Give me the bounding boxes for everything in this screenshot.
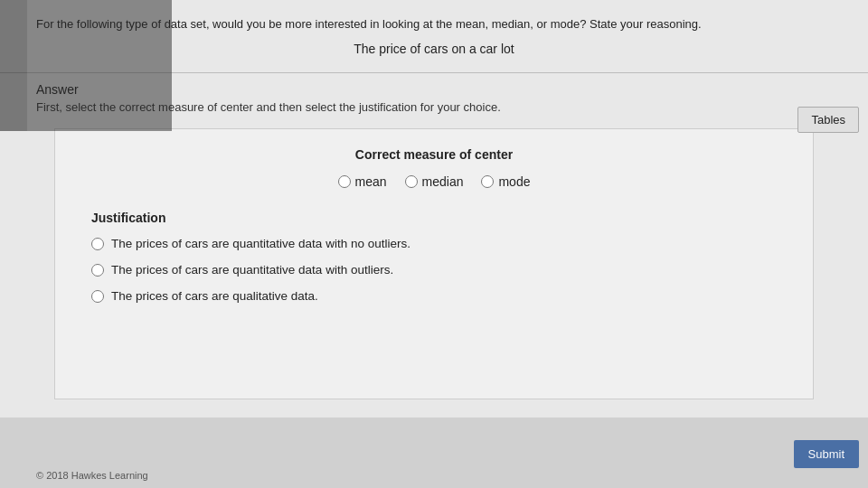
justification-option-2[interactable]: The prices of cars are qualitative data. xyxy=(91,288,786,305)
measure-radio-group: mean median mode xyxy=(82,174,786,189)
justification-radio-2[interactable] xyxy=(91,290,104,303)
submit-button[interactable]: Submit xyxy=(794,440,859,468)
background-overlay-left2 xyxy=(27,0,172,131)
measure-radio-median[interactable] xyxy=(405,175,418,188)
measure-radio-mean[interactable] xyxy=(338,175,351,188)
tables-button[interactable]: Tables xyxy=(797,107,859,133)
measure-section-title: Correct measure of center xyxy=(82,147,786,162)
measure-radio-mode[interactable] xyxy=(481,175,494,188)
justification-label-0: The prices of cars are quantitative data… xyxy=(111,236,410,253)
justification-option-1[interactable]: The prices of cars are quantitative data… xyxy=(91,262,786,279)
measure-option-mode[interactable]: mode xyxy=(481,174,530,189)
content-panel: Correct measure of center mean median mo… xyxy=(54,128,814,399)
background-overlay-left xyxy=(0,0,27,131)
main-container: For the following type of data set, woul… xyxy=(0,0,868,488)
justification-label-1: The prices of cars are quantitative data… xyxy=(111,262,393,279)
measure-option-mean[interactable]: mean xyxy=(338,174,387,189)
measure-label-mean: mean xyxy=(355,174,387,189)
justification-radio-1[interactable] xyxy=(91,264,104,277)
justification-options: The prices of cars are quantitative data… xyxy=(91,236,786,305)
justification-option-0[interactable]: The prices of cars are quantitative data… xyxy=(91,236,786,253)
measure-option-median[interactable]: median xyxy=(405,174,464,189)
measure-label-mode: mode xyxy=(498,174,530,189)
measure-label-median: median xyxy=(422,174,464,189)
justification-label-2: The prices of cars are qualitative data. xyxy=(111,288,318,305)
footer-copyright: © 2018 Hawkes Learning xyxy=(36,470,148,481)
justification-section-title: Justification xyxy=(91,211,786,225)
justification-radio-0[interactable] xyxy=(91,238,104,250)
